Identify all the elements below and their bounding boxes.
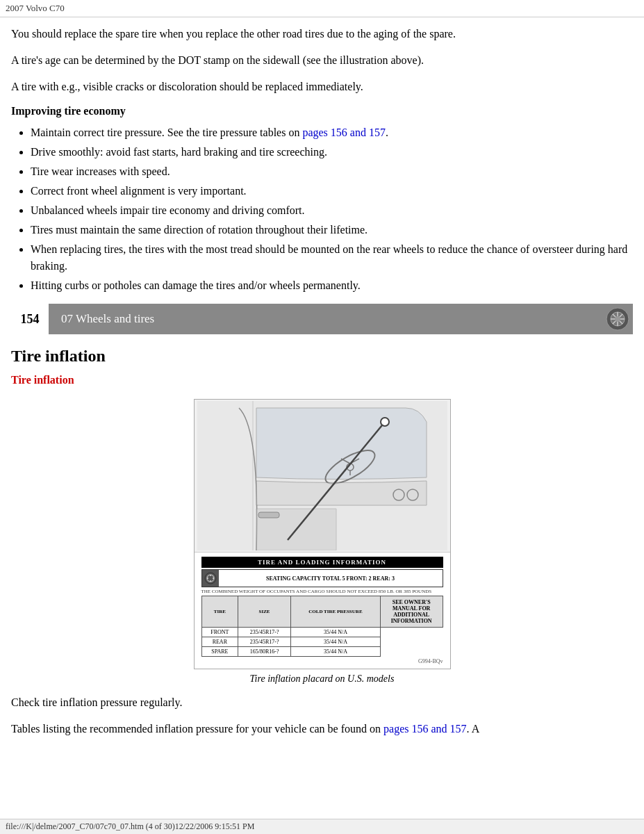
paragraph-dot-stamp: A tire's age can be determined by the DO… [11,52,633,69]
pages-link-1[interactable]: pages 156 and 157 [302,126,386,138]
list-item: Drive smoothly: avoid fast starts, hard … [31,144,633,161]
top-bar-label: 2007 Volvo C70 [6,3,65,13]
paragraph-spare-tire: You should replace the spare tire when y… [11,26,633,42]
placard-icon [202,570,219,587]
placard-col-pressure: COLD TIRE PRESSURE [290,596,380,628]
table-row: FRONT 235/45R17-? 35/44 N/A [201,628,443,637]
chapter-label: 07 Wheels and tires [50,312,602,326]
main-content: You should replace the spare tire when y… [0,17,644,789]
tire-inflation-image-container: TIRE AND LOADING INFORMATION SEATING CAP… [11,399,633,685]
placard-col-tire: TIRE [201,596,238,628]
section-heading-tire-economy: Improving tire economy [11,105,633,117]
tire-image-box: TIRE AND LOADING INFORMATION SEATING CAP… [194,399,451,669]
paragraph-check-inflation: Check tire inflation pressure regularly. [11,694,633,711]
list-item: Unbalanced wheels impair tire economy an… [31,202,633,219]
tire-drawing-area [195,400,450,553]
placard-header: TIRE AND LOADING INFORMATION [201,557,443,568]
svg-point-2 [615,316,620,322]
page-number: 154 [11,304,50,334]
list-item: Correct front wheel alignment is very im… [31,183,633,199]
red-subtitle: Tire inflation [11,374,633,386]
status-bar: file:///K|/delme/2007_C70/07c70_07.htm (… [0,819,644,834]
list-item: Hitting curbs or potholes can damage the… [31,277,633,294]
wheel-icon [602,304,633,334]
placard-col-note: SEE OWNER'S MANUAL FOR ADDITIONAL INFORM… [380,596,443,628]
pages-link-2[interactable]: pages 156 and 157 [383,723,467,735]
status-bar-text: file:///K|/delme/2007_C70/07c70_07.htm (… [6,821,254,831]
svg-point-19 [381,418,389,426]
list-item: Tire wear increases with speed. [31,163,633,180]
tire-sketch-svg [197,401,447,550]
placard-weight-note: THE COMBINED WEIGHT OF OCCUPANTS AND CAR… [201,589,443,594]
tire-economy-list: Maintain correct tire pressure. See the … [31,124,633,294]
svg-rect-20 [258,512,279,518]
paragraph-tables: Tables listing the recommended inflation… [11,721,633,737]
wheel-svg [605,306,630,332]
top-bar: 2007 Volvo C70 [0,0,644,17]
placard-icon-svg [204,572,217,584]
placard-subheader-text: SEATING CAPACITY TOTAL 5 FRONT: 2 REAR: … [219,570,443,587]
placard-table: TIRE SIZE COLD TIRE PRESSURE SEE OWNER'S… [201,596,443,657]
main-section-title: Tire inflation [11,347,633,366]
placard-id: G994-BQv [201,658,443,664]
table-row: REAR 235/45R17-? 35/44 N/A [201,637,443,647]
paragraph-cracks: A tire with e.g., visible cracks or disc… [11,79,633,95]
list-item: Tires must maintain the same direction o… [31,222,633,238]
list-item: When replacing tires, the tires with the… [31,241,633,275]
image-caption: Tire inflation placard on U.S. models [250,673,395,685]
placard-col-size: SIZE [238,596,291,628]
list-item: Maintain correct tire pressure. See the … [31,124,633,141]
placard-area: TIRE AND LOADING INFORMATION SEATING CAP… [195,553,450,669]
placard-subheader: SEATING CAPACITY TOTAL 5 FRONT: 2 REAR: … [201,569,443,587]
page-footer-bar: 154 07 Wheels and tires [11,304,633,334]
table-row: SPARE 165/80R16-? 35/44 N/A [201,647,443,657]
